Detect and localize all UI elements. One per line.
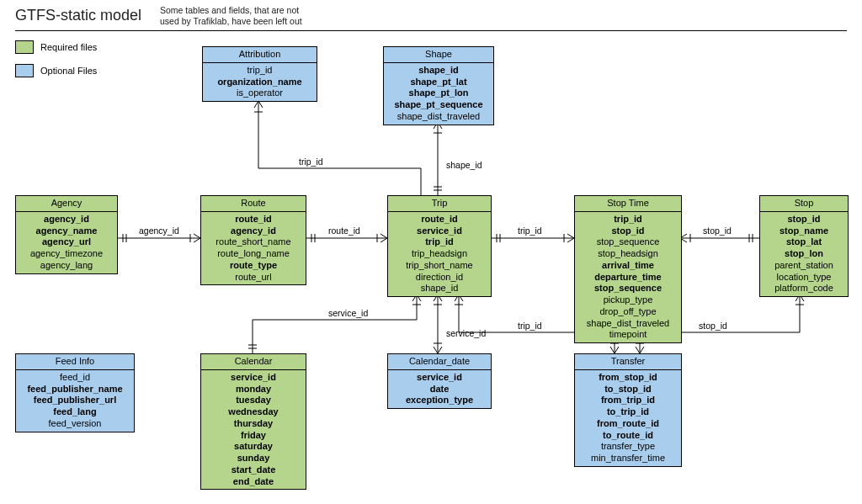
entity-fields-stoptime: trip_idstop_idstop_sequencestop_headsign… [575, 212, 681, 342]
field-trip-route_id: route_id [391, 214, 487, 225]
field-calendar-tuesday: tuesday [205, 395, 302, 406]
field-transfer-from_route_id: from_route_id [578, 418, 678, 430]
field-agency-agency_id: agency_id [19, 214, 114, 225]
conn-label-shape-trip: shape_id [446, 160, 482, 170]
field-transfer-from_stop_id: from_stop_id [578, 372, 678, 384]
field-shape-shape_pt_lon: shape_pt_lon [387, 88, 490, 99]
entity-calendar: Calendar service_idmondaytuesdaywednesda… [200, 353, 306, 490]
field-calendar-monday: monday [205, 384, 302, 395]
field-transfer-from_trip_id: from_trip_id [578, 395, 678, 406]
entity-trip: Trip route_idservice_idtrip_idtrip_heads… [387, 195, 492, 297]
conn-label-stop-trans: stop_id [699, 321, 727, 331]
field-shape-shape_id: shape_id [387, 65, 490, 77]
field-trip-shape_id: shape_id [391, 283, 487, 294]
conn-label-trip-trans: trip_id [518, 321, 542, 331]
field-stop-platform_code: platform_code [764, 283, 844, 294]
field-stoptime-stop_headsign: stop_headsign [578, 248, 678, 260]
entity-fields-route: route_idagency_idroute_short_nameroute_l… [201, 212, 306, 285]
field-stoptime-trip_id: trip_id [578, 214, 678, 225]
page-title: GTFS-static model [15, 7, 141, 24]
field-calendar-saturday: saturday [205, 441, 302, 453]
field-agency-agency_lang: agency_lang [19, 260, 114, 272]
legend-swatch-required [15, 40, 34, 54]
conn-label-attr-trip: trip_id [299, 157, 323, 167]
entity-header-stop: Stop [760, 196, 848, 212]
entity-attribution: Attribution trip_idorganization_nameis_o… [202, 46, 317, 102]
entity-fields-shape: shape_idshape_pt_latshape_pt_lonshape_pt… [384, 63, 493, 125]
field-route-route_short_name: route_short_name [205, 236, 302, 248]
entity-header-attribution: Attribution [203, 47, 317, 63]
entity-header-shape: Shape [384, 47, 493, 63]
diagram-canvas: GTFS-static model Some tables and fields… [0, 0, 862, 504]
field-route-agency_id: agency_id [205, 225, 302, 237]
field-agency-agency_name: agency_name [19, 225, 114, 237]
field-feedinfo-feed_version: feed_version [19, 418, 130, 430]
field-transfer-min_transfer_time: min_transfer_time [578, 453, 678, 464]
field-stoptime-departure_time: departure_time [578, 272, 678, 284]
entity-header-stoptime: Stop Time [575, 196, 681, 212]
entity-header-transfer: Transfer [575, 354, 681, 370]
field-attribution-organization_name: organization_name [206, 77, 313, 88]
field-stop-stop_lon: stop_lon [764, 248, 844, 260]
field-shape-shape_pt_sequence: shape_pt_sequence [387, 99, 490, 111]
entity-shape: Shape shape_idshape_pt_latshape_pt_lonsh… [383, 46, 494, 125]
conn-label-trip-st: trip_id [518, 225, 542, 236]
conn-label-trip-cd: service_id [446, 328, 486, 338]
field-calendar-thursday: thursday [205, 418, 302, 430]
legend-optional: Optional Files [15, 64, 97, 77]
field-transfer-transfer_type: transfer_type [578, 441, 678, 453]
field-stop-stop_name: stop_name [764, 225, 844, 237]
subtitle-line-2: used by Trafiklab, have been left out [160, 16, 302, 26]
field-route-route_id: route_id [205, 214, 302, 225]
title-divider [15, 30, 847, 31]
legend: Required files Optional Files [15, 40, 97, 88]
field-trip-direction_id: direction_id [391, 272, 487, 284]
field-calendar-sunday: sunday [205, 453, 302, 464]
entity-stoptime: Stop Time trip_idstop_idstop_sequencesto… [574, 195, 682, 343]
entity-fields-attribution: trip_idorganization_nameis_operator [203, 63, 317, 101]
entity-agency: Agency agency_idagency_nameagency_urlage… [15, 195, 118, 274]
entity-fields-calendar: service_idmondaytuesdaywednesdaythursday… [201, 370, 306, 490]
entity-fields-transfer: from_stop_idto_stop_idfrom_trip_idto_tri… [575, 370, 681, 466]
entity-stop: Stop stop_idstop_namestop_latstop_lonpar… [759, 195, 849, 297]
field-stop-stop_lat: stop_lat [764, 236, 844, 248]
field-calendar-service_id: service_id [205, 372, 302, 384]
field-feedinfo-feed_lang: feed_lang [19, 406, 130, 418]
field-feedinfo-feed_publisher_url: feed_publisher_url [19, 395, 130, 406]
field-transfer-to_trip_id: to_trip_id [578, 406, 678, 418]
entity-fields-stop: stop_idstop_namestop_latstop_lonparent_s… [760, 212, 848, 296]
entity-header-calendardate: Calendar_date [388, 354, 491, 370]
field-trip-trip_id: trip_id [391, 236, 487, 248]
entity-route: Route route_idagency_idroute_short_namer… [200, 195, 306, 285]
legend-required: Required files [15, 40, 97, 54]
field-shape-shape_pt_lat: shape_pt_lat [387, 77, 490, 88]
conn-label-route-trip: route_id [328, 225, 360, 236]
field-feedinfo-feed_publisher_name: feed_publisher_name [19, 384, 130, 395]
field-stoptime-timepoint: timepoint [578, 329, 678, 341]
entity-fields-agency: agency_idagency_nameagency_urlagency_tim… [16, 212, 117, 273]
field-stop-stop_id: stop_id [764, 214, 844, 225]
field-trip-service_id: service_id [391, 225, 487, 237]
subtitle-line-1: Some tables and fields, that are not [160, 5, 299, 15]
field-route-route_url: route_url [205, 272, 302, 284]
entity-transfer: Transfer from_stop_idto_stop_idfrom_trip… [574, 353, 682, 467]
page-subtitle: Some tables and fields, that are not use… [160, 5, 302, 26]
field-trip-trip_headsign: trip_headsign [391, 248, 487, 260]
field-transfer-to_route_id: to_route_id [578, 430, 678, 442]
field-attribution-is_operator: is_operator [206, 88, 313, 99]
entity-header-trip: Trip [388, 196, 491, 212]
conn-label-agency-route: agency_id [139, 225, 179, 236]
field-calendar-start_date: start_date [205, 464, 302, 476]
entity-header-feedinfo: Feed Info [16, 354, 134, 370]
field-calendardate-service_id: service_id [391, 372, 487, 384]
field-route-route_type: route_type [205, 260, 302, 272]
field-calendar-friday: friday [205, 430, 302, 442]
field-calendar-wednesday: wednesday [205, 406, 302, 418]
entity-fields-feedinfo: feed_idfeed_publisher_namefeed_publisher… [16, 370, 134, 432]
field-shape-shape_dist_traveled: shape_dist_traveled [387, 111, 490, 123]
field-stoptime-stop_sequence: stop_sequence [578, 236, 678, 248]
legend-label-required: Required files [40, 42, 97, 52]
entity-fields-trip: route_idservice_idtrip_idtrip_headsigntr… [388, 212, 491, 296]
entity-header-calendar: Calendar [201, 354, 306, 370]
legend-label-optional: Optional Files [40, 66, 97, 76]
